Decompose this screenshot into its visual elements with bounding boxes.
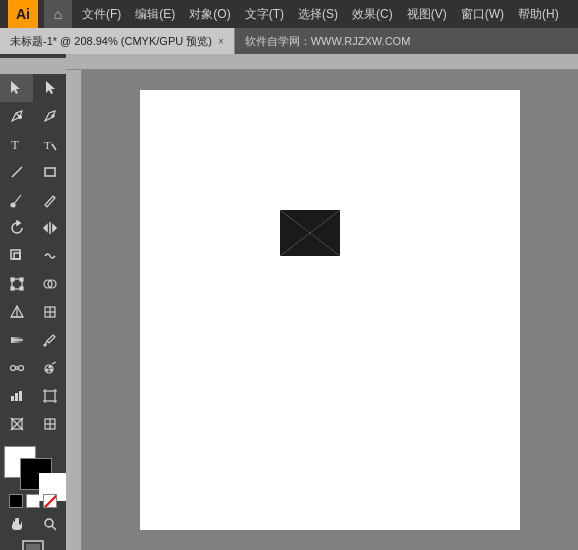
menu-file[interactable]: 文件(F) <box>76 4 127 25</box>
ruler-vertical <box>66 70 82 550</box>
tab-bar: 未标题-1* @ 208.94% (CMYK/GPU 预览) × 软件自学网：W… <box>0 28 578 54</box>
none-swatch[interactable] <box>43 494 57 508</box>
svg-marker-1 <box>46 81 55 94</box>
add-anchor-tool[interactable] <box>33 102 66 130</box>
slice-tool[interactable] <box>0 410 33 438</box>
tool-row-brush <box>0 186 66 214</box>
tool-row-type: T T <box>0 130 66 158</box>
svg-rect-16 <box>14 253 20 259</box>
envelope-shape <box>280 210 340 256</box>
tool-row-gradient <box>0 326 66 354</box>
column-graph-tool[interactable] <box>0 382 33 410</box>
tool-row-blend <box>0 354 66 382</box>
toolbar: T T <box>0 54 66 550</box>
svg-rect-63 <box>26 544 40 550</box>
direct-select-tool[interactable] <box>33 74 66 102</box>
menu-edit[interactable]: 编辑(E) <box>129 4 181 25</box>
canvas-area[interactable] <box>66 54 578 550</box>
screen-mode-button[interactable] <box>4 540 62 550</box>
svg-rect-9 <box>45 168 55 176</box>
menu-select[interactable]: 选择(S) <box>292 4 344 25</box>
svg-line-61 <box>52 526 56 530</box>
tool-row-perspective <box>0 298 66 326</box>
mini-swatches <box>3 494 63 508</box>
tab-label: 未标题-1* @ 208.94% (CMYK/GPU 预览) <box>10 34 212 49</box>
svg-marker-0 <box>11 81 20 94</box>
svg-point-41 <box>50 369 52 371</box>
svg-point-35 <box>10 366 15 371</box>
svg-point-34 <box>44 344 46 346</box>
tool-row-transform <box>0 242 66 270</box>
perspective-grid-tool[interactable] <box>0 298 33 326</box>
mesh-tool[interactable] <box>33 298 66 326</box>
svg-marker-12 <box>17 221 20 225</box>
svg-point-39 <box>49 366 51 368</box>
color-area <box>0 442 66 494</box>
svg-point-2 <box>18 116 21 119</box>
menu-help[interactable]: 帮助(H) <box>512 4 565 25</box>
touch-type-tool[interactable]: T <box>33 130 66 158</box>
stroke-swatch[interactable] <box>20 458 52 490</box>
reflect-tool[interactable] <box>33 214 66 242</box>
free-transform-tool[interactable] <box>0 270 33 298</box>
svg-line-11 <box>53 196 55 198</box>
home-button[interactable]: ⌂ <box>44 0 72 28</box>
zoom-tool[interactable] <box>33 510 66 538</box>
svg-line-38 <box>52 362 56 364</box>
tool-row-hand-zoom <box>0 510 66 538</box>
active-tab[interactable]: 未标题-1* @ 208.94% (CMYK/GPU 预览) × <box>0 28 235 54</box>
svg-rect-22 <box>20 287 23 290</box>
svg-rect-44 <box>19 391 22 401</box>
svg-point-40 <box>46 369 48 371</box>
scale-tool[interactable] <box>0 242 33 270</box>
title-bar: Ai ⌂ 文件(F) 编辑(E) 对象(O) 文字(T) 选择(S) 效果(C)… <box>0 0 578 28</box>
white-swatch[interactable] <box>26 494 40 508</box>
type-tool[interactable]: T <box>0 130 33 158</box>
svg-rect-43 <box>15 393 18 401</box>
menu-bar: 文件(F) 编辑(E) 对象(O) 文字(T) 选择(S) 效果(C) 视图(V… <box>76 4 570 25</box>
shape-builder-tool[interactable] <box>33 270 66 298</box>
svg-marker-14 <box>44 225 47 231</box>
tool-row-pen <box>0 102 66 130</box>
slice-select-tool[interactable] <box>33 410 66 438</box>
menu-type[interactable]: 文字(T) <box>239 4 290 25</box>
svg-marker-15 <box>53 225 56 231</box>
svg-line-7 <box>52 144 56 150</box>
ai-logo: Ai <box>8 0 38 28</box>
tool-row-slice <box>0 410 66 438</box>
tab-close-button[interactable]: × <box>218 36 224 47</box>
pencil-tool[interactable] <box>33 186 66 214</box>
svg-rect-45 <box>45 391 55 401</box>
select-tool[interactable] <box>0 74 33 102</box>
tool-row-rotate <box>0 214 66 242</box>
tool-row-shape <box>0 158 66 186</box>
menu-object[interactable]: 对象(O) <box>183 4 236 25</box>
hand-tool[interactable] <box>0 510 33 538</box>
watermark-label: 软件自学网：WWW.RJZXW.COM <box>235 28 578 54</box>
svg-rect-42 <box>11 396 14 401</box>
rectangle-tool[interactable] <box>33 158 66 186</box>
black-swatch[interactable] <box>9 494 23 508</box>
svg-text:T: T <box>44 139 51 151</box>
svg-point-10 <box>11 203 15 207</box>
symbol-sprayer-tool[interactable] <box>33 354 66 382</box>
eyedropper-tool[interactable] <box>33 326 66 354</box>
blend-tool[interactable] <box>0 354 33 382</box>
warp-tool[interactable] <box>33 242 66 270</box>
pen-tool[interactable] <box>0 102 33 130</box>
main-area: T T <box>0 54 578 550</box>
svg-point-60 <box>45 519 53 527</box>
svg-line-8 <box>12 167 22 177</box>
artboard-tool[interactable] <box>33 382 66 410</box>
paintbrush-tool[interactable] <box>0 186 33 214</box>
menu-view[interactable]: 视图(V) <box>401 4 453 25</box>
svg-rect-21 <box>11 287 14 290</box>
gradient-tool[interactable] <box>0 326 33 354</box>
rotate-tool[interactable] <box>0 214 33 242</box>
menu-effect[interactable]: 效果(C) <box>346 4 399 25</box>
tool-row-select <box>0 74 66 102</box>
line-tool[interactable] <box>0 158 33 186</box>
color-swatches <box>4 446 62 490</box>
svg-rect-20 <box>20 278 23 281</box>
menu-window[interactable]: 窗口(W) <box>455 4 510 25</box>
